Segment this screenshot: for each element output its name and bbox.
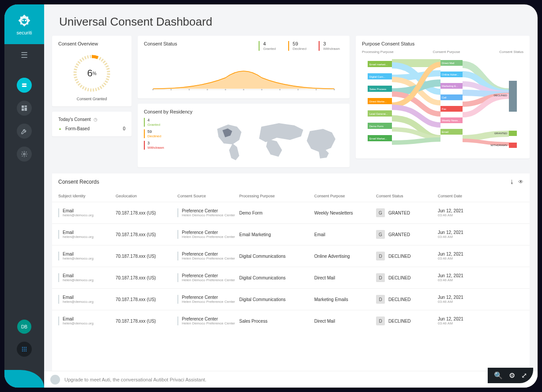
status-badge: D [376, 273, 385, 282]
column-header[interactable]: Processing Purpose [239, 194, 314, 198]
table-row[interactable]: Emailhelen@democo.org 70.187.178.xxx (US… [52, 223, 530, 245]
cell-processing: Sales Process [239, 319, 314, 324]
consent-residency-card: Consent by Residency 4Granted 59Declined… [138, 104, 350, 167]
svg-text:Demo Form: Demo Form [369, 125, 384, 128]
cell-purpose: Direct Mail [314, 319, 376, 324]
cell-processing: Digital Communications [239, 254, 314, 259]
table-row[interactable]: Emailhelen@democo.org 70.187.178.xxx (US… [52, 245, 530, 267]
cell-status: DDECLINED [376, 295, 438, 304]
today-row-count: 0 [123, 126, 125, 131]
svg-rect-8 [22, 109, 24, 111]
svg-point-25 [207, 89, 208, 90]
brand-logo[interactable]: securiti [4, 4, 44, 44]
residency-granted: 4Granted [144, 118, 197, 127]
sankey-chart: Email marketi...Digital Com...Sales Proc… [362, 57, 523, 154]
apps-icon[interactable] [17, 342, 32, 357]
cell-identity: Emailhelen@democo.org [58, 317, 116, 325]
cell-processing: Digital Communications [239, 297, 314, 302]
cell-source: Preference CenterHelen Democo Preference… [177, 252, 239, 260]
svg-point-15 [26, 349, 27, 350]
cell-date: Jun 12, 202103:46 AM [438, 230, 500, 239]
footer-text: Upgrade to meet Auti, the conversational… [64, 377, 531, 382]
svg-point-1 [22, 20, 24, 22]
chat-icon[interactable] [50, 375, 60, 384]
svg-rect-63 [509, 131, 517, 136]
status-badge: D [376, 295, 385, 304]
svg-text:Email Market...: Email Market... [369, 137, 387, 140]
table-row[interactable]: Emailhelen@democo.org 70.187.178.xxx (US… [52, 202, 530, 223]
cell-date: Jun 12, 202103:46 AM [438, 317, 500, 325]
svg-point-2 [25, 20, 26, 22]
visibility-icon[interactable]: 👁 [518, 179, 523, 185]
page-title: Universal Consent Dashboard [44, 4, 538, 36]
cell-date: Jun 12, 202103:46 AM [438, 273, 500, 282]
svg-rect-4 [22, 86, 27, 87]
cell-purpose: Marketing Emails [314, 297, 376, 302]
svg-point-31 [316, 89, 317, 90]
svg-point-0 [22, 19, 27, 24]
table-row[interactable]: Emailhelen@democo.org 70.187.178.xxx (US… [52, 310, 530, 332]
brand-name: securiti [17, 30, 32, 35]
svg-point-28 [261, 89, 263, 90]
consent-records-panel: Consent Records ⭳ 👁 Subject IdentityGeol… [52, 173, 530, 371]
status-stat-withdrawn: 3Withdrawn [319, 41, 343, 51]
cell-identity: Emailhelen@democo.org [58, 230, 116, 239]
gauge-label: Consent Granted [77, 97, 107, 101]
svg-rect-5 [22, 106, 24, 108]
sankey-header-b: Consent Purpose [433, 50, 460, 54]
triangle-up-icon: ▲ [58, 127, 62, 131]
column-header[interactable]: Geolocation [116, 194, 177, 198]
cell-status: DDECLINED [376, 252, 438, 260]
user-avatar[interactable]: DB [17, 320, 31, 334]
svg-text:Online Adver...: Online Adver... [442, 73, 459, 76]
table-header: Subject IdentityGeolocationConsent Sourc… [52, 190, 530, 202]
status-badge: G [376, 230, 385, 239]
cell-geo: 70.187.178.xxx (US) [116, 297, 177, 302]
status-badge: G [376, 208, 385, 217]
column-header[interactable]: Subject Identity [58, 194, 116, 198]
column-header[interactable]: Consent Status [376, 194, 438, 198]
svg-text:Email: Email [442, 131, 448, 133]
nav-settings-icon[interactable] [17, 147, 32, 162]
nav-tools-icon[interactable] [17, 124, 32, 139]
gauge-value: 6 [87, 68, 92, 79]
menu-toggle-icon[interactable]: ☰ [21, 50, 28, 60]
table-row[interactable]: Emailhelen@democo.org 70.187.178.xxx (US… [52, 288, 530, 310]
svg-point-23 [170, 89, 172, 90]
status-badge: D [376, 252, 385, 260]
nav-dashboard-icon[interactable] [17, 101, 32, 116]
today-row-label: Form-Based [62, 126, 123, 131]
nav-consent-icon[interactable] [17, 78, 32, 93]
svg-text:Direct Mail: Direct Mail [442, 62, 454, 64]
svg-point-27 [243, 89, 244, 90]
svg-point-24 [188, 89, 190, 90]
table-row[interactable]: Emailhelen@democo.org 70.187.178.xxx (US… [52, 267, 530, 288]
cell-source: Preference CenterHelen Democo Preference… [177, 230, 239, 239]
expand-icon[interactable]: ⤢ [521, 371, 527, 380]
cell-status: GGRANTED [376, 208, 438, 217]
svg-rect-65 [509, 143, 517, 148]
consent-status-card: Consent Status 4Granted 59Declined 3With… [138, 36, 350, 98]
svg-point-9 [23, 153, 25, 155]
status-curve-chart [144, 53, 343, 93]
svg-text:Digital Com...: Digital Com... [369, 75, 385, 78]
world-map [206, 118, 343, 162]
column-header[interactable]: Consent Date [438, 194, 500, 198]
cell-purpose: Online Advertising [314, 254, 376, 259]
cell-identity: Emailhelen@democo.org [58, 252, 116, 260]
svg-point-18 [26, 351, 27, 352]
svg-text:DECLINED: DECLINED [494, 94, 508, 97]
search-icon[interactable]: 🔍 [494, 371, 503, 380]
column-header[interactable]: Consent Purpose [314, 194, 376, 198]
cell-geo: 70.187.178.xxx (US) [116, 254, 177, 259]
overview-title: Consent Overview [58, 41, 125, 46]
filter-icon[interactable]: ⚙ [509, 371, 515, 380]
today-title: Today's Consent [58, 117, 91, 122]
column-header[interactable]: Consent Source [177, 194, 239, 198]
footer-bar: Upgrade to meet Auti, the conversational… [44, 371, 538, 388]
download-icon[interactable]: ⭳ [509, 179, 515, 185]
status-badge: D [376, 317, 385, 325]
cell-purpose: Email [314, 232, 376, 237]
status-title: Consent Status [144, 41, 177, 47]
svg-text:Lead Generat...: Lead Generat... [369, 113, 388, 115]
